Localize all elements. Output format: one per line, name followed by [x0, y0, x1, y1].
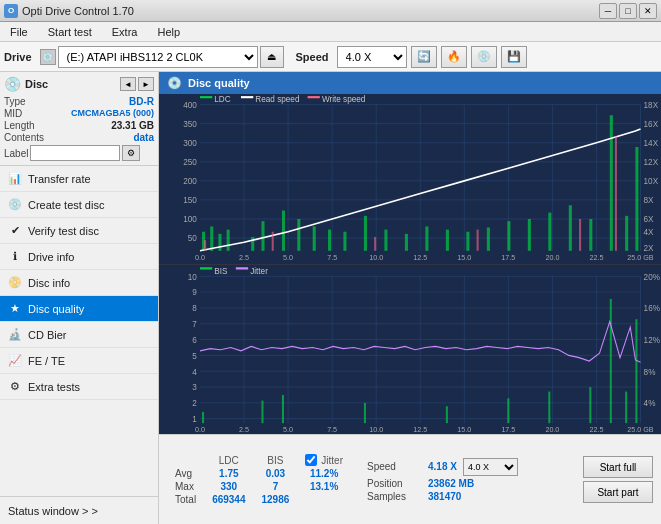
title-bar: O Opti Drive Control 1.70 ─ □ ✕ [0, 0, 661, 22]
svg-rect-74 [272, 232, 274, 251]
sidebar-item-verify-test-disc[interactable]: ✔ Verify test disc [0, 218, 158, 244]
drive-select[interactable]: (E:) ATAPI iHBS112 2 CL0K [58, 46, 258, 68]
svg-rect-140 [610, 298, 612, 422]
svg-text:10.0: 10.0 [369, 424, 383, 433]
svg-text:10X: 10X [644, 176, 659, 186]
svg-rect-57 [343, 232, 346, 251]
disc-info-icon: 📀 [8, 276, 22, 290]
chart2-svg: 10 9 8 7 6 5 4 3 2 1 20% 16% [159, 265, 661, 435]
svg-text:12.5: 12.5 [413, 253, 427, 262]
svg-text:8X: 8X [644, 195, 654, 205]
sidebar-item-fe-te[interactable]: 📈 FE / TE [0, 348, 158, 374]
svg-text:4: 4 [192, 366, 197, 376]
svg-text:22.5: 22.5 [589, 424, 603, 433]
samples-label: Samples [367, 491, 422, 502]
svg-rect-63 [466, 232, 469, 251]
svg-text:1: 1 [192, 413, 197, 423]
sidebar-item-cd-bler[interactable]: 🔬 CD Bier [0, 322, 158, 348]
svg-rect-70 [610, 115, 613, 251]
sidebar-item-extra-tests[interactable]: ⚙ Extra tests [0, 374, 158, 400]
svg-rect-56 [328, 230, 331, 251]
sidebar-item-create-test-disc[interactable]: 💿 Create test disc [0, 192, 158, 218]
sidebar-item-disc-info[interactable]: 📀 Disc info [0, 270, 158, 296]
total-label: Total [167, 493, 204, 506]
speed-label: Speed [296, 51, 329, 63]
svg-text:25.0 GB: 25.0 GB [627, 253, 653, 262]
status-window-button[interactable]: Status window > > [0, 496, 158, 524]
sidebar-item-transfer-rate[interactable]: 📊 Transfer rate [0, 166, 158, 192]
speed-stat-select[interactable]: 4.0 X [463, 458, 518, 476]
svg-rect-79 [200, 96, 212, 98]
contents-value: data [133, 132, 154, 143]
disc-prev-button[interactable]: ◄ [120, 77, 136, 91]
svg-text:7.5: 7.5 [327, 424, 337, 433]
start-full-button[interactable]: Start full [583, 456, 653, 478]
max-ldc: 330 [204, 480, 253, 493]
drive-info-label: Drive info [28, 251, 74, 263]
avg-jitter: 11.2% [297, 467, 351, 480]
svg-text:15.0: 15.0 [457, 253, 471, 262]
svg-text:100: 100 [183, 214, 197, 224]
position-value: 23862 MB [428, 478, 474, 489]
menu-file[interactable]: File [4, 24, 34, 40]
sidebar: 💿 Disc ◄ ► Type BD-R MID CMCMAGBA5 (000)… [0, 72, 159, 524]
menu-help[interactable]: Help [151, 24, 186, 40]
transfer-rate-icon: 📊 [8, 172, 22, 186]
refresh-button[interactable]: 🔄 [411, 46, 437, 68]
svg-text:17.5: 17.5 [501, 424, 515, 433]
svg-rect-71 [625, 216, 628, 251]
disc-quality-header-icon: 💿 [167, 76, 182, 90]
svg-rect-59 [384, 230, 387, 251]
disc-quality-label: Disc quality [28, 303, 84, 315]
menu-start-test[interactable]: Start test [42, 24, 98, 40]
svg-text:400: 400 [183, 100, 197, 110]
svg-rect-61 [425, 226, 428, 250]
svg-text:10: 10 [188, 271, 197, 281]
sidebar-item-drive-info[interactable]: ℹ Drive info [0, 244, 158, 270]
svg-text:12X: 12X [644, 157, 659, 167]
mid-label: MID [4, 108, 22, 119]
svg-text:12%: 12% [644, 334, 661, 344]
svg-rect-53 [282, 211, 285, 251]
svg-text:2X: 2X [644, 243, 654, 253]
svg-text:7: 7 [192, 318, 197, 328]
avg-ldc: 1.75 [204, 467, 253, 480]
svg-rect-132 [202, 411, 204, 422]
svg-text:LDC: LDC [214, 94, 230, 104]
svg-rect-142 [635, 319, 637, 423]
save-button[interactable]: 💾 [501, 46, 527, 68]
cd-bier-icon: 🔬 [8, 328, 22, 342]
sidebar-item-disc-quality[interactable]: ★ Disc quality [0, 296, 158, 322]
svg-rect-81 [241, 96, 253, 98]
disc-quality-icon: ★ [8, 302, 22, 316]
svg-text:16%: 16% [644, 302, 661, 312]
disc-next-button[interactable]: ► [138, 77, 154, 91]
start-buttons: Start full Start part [583, 456, 653, 503]
svg-text:Write speed: Write speed [322, 94, 366, 104]
start-part-button[interactable]: Start part [583, 481, 653, 503]
extra-tests-label: Extra tests [28, 381, 80, 393]
close-button[interactable]: ✕ [639, 3, 657, 19]
minimize-button[interactable]: ─ [599, 3, 617, 19]
disc-label-button[interactable]: ⚙ [122, 145, 140, 161]
jitter-checkbox[interactable] [305, 454, 317, 466]
svg-text:50: 50 [188, 233, 197, 243]
disc-quality-title: Disc quality [188, 77, 250, 89]
disc-info-label: Disc info [28, 277, 70, 289]
svg-rect-64 [487, 227, 490, 250]
maximize-button[interactable]: □ [619, 3, 637, 19]
menu-bar: File Start test Extra Help [0, 22, 661, 42]
eject-button[interactable]: ⏏ [260, 46, 284, 68]
menu-extra[interactable]: Extra [106, 24, 144, 40]
speed-label-stat: Speed [367, 461, 422, 472]
svg-text:150: 150 [183, 195, 197, 205]
svg-text:2.5: 2.5 [239, 424, 249, 433]
burn-button[interactable]: 🔥 [441, 46, 467, 68]
disc-label-input[interactable] [30, 145, 120, 161]
fe-te-label: FE / TE [28, 355, 65, 367]
drive-icon: 💿 [40, 49, 56, 65]
disc-button[interactable]: 💿 [471, 46, 497, 68]
svg-rect-48 [210, 226, 213, 250]
svg-rect-50 [227, 230, 230, 251]
speed-select[interactable]: 4.0 X [337, 46, 407, 68]
